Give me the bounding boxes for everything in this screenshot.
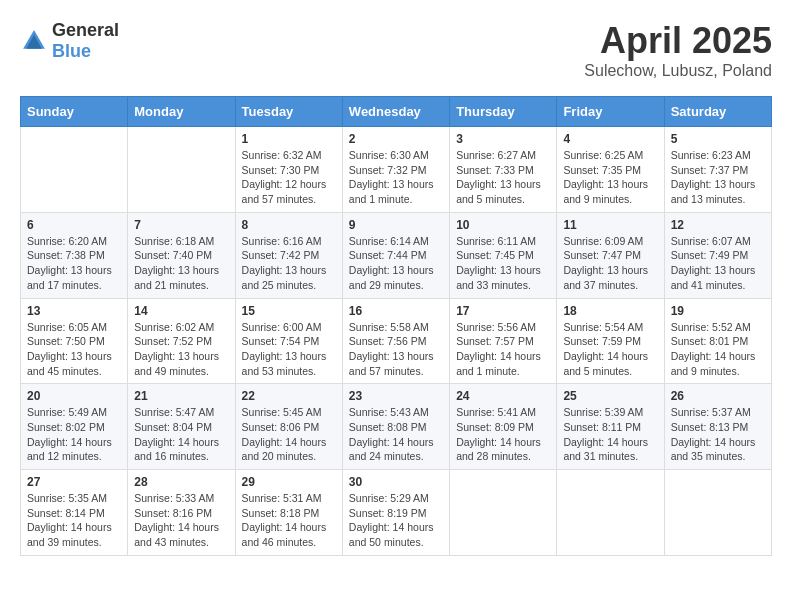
calendar-cell: 15Sunrise: 6:00 AM Sunset: 7:54 PM Dayli… [235,298,342,384]
day-info: Sunrise: 5:49 AM Sunset: 8:02 PM Dayligh… [27,405,121,464]
day-info: Sunrise: 6:07 AM Sunset: 7:49 PM Dayligh… [671,234,765,293]
day-info: Sunrise: 6:09 AM Sunset: 7:47 PM Dayligh… [563,234,657,293]
calendar-cell: 18Sunrise: 5:54 AM Sunset: 7:59 PM Dayli… [557,298,664,384]
calendar-cell: 1Sunrise: 6:32 AM Sunset: 7:30 PM Daylig… [235,127,342,213]
day-number: 28 [134,475,228,489]
day-info: Sunrise: 6:32 AM Sunset: 7:30 PM Dayligh… [242,148,336,207]
calendar-cell: 12Sunrise: 6:07 AM Sunset: 7:49 PM Dayli… [664,212,771,298]
logo-blue-text: Blue [52,41,91,61]
calendar-cell: 10Sunrise: 6:11 AM Sunset: 7:45 PM Dayli… [450,212,557,298]
day-number: 9 [349,218,443,232]
day-info: Sunrise: 6:14 AM Sunset: 7:44 PM Dayligh… [349,234,443,293]
day-number: 10 [456,218,550,232]
calendar-table: SundayMondayTuesdayWednesdayThursdayFrid… [20,96,772,556]
day-number: 15 [242,304,336,318]
day-number: 4 [563,132,657,146]
day-number: 17 [456,304,550,318]
calendar-cell [21,127,128,213]
day-info: Sunrise: 5:45 AM Sunset: 8:06 PM Dayligh… [242,405,336,464]
calendar-cell: 5Sunrise: 6:23 AM Sunset: 7:37 PM Daylig… [664,127,771,213]
calendar-cell: 20Sunrise: 5:49 AM Sunset: 8:02 PM Dayli… [21,384,128,470]
calendar-cell: 3Sunrise: 6:27 AM Sunset: 7:33 PM Daylig… [450,127,557,213]
column-header-friday: Friday [557,97,664,127]
calendar-cell: 22Sunrise: 5:45 AM Sunset: 8:06 PM Dayli… [235,384,342,470]
day-number: 18 [563,304,657,318]
day-number: 16 [349,304,443,318]
week-row-4: 20Sunrise: 5:49 AM Sunset: 8:02 PM Dayli… [21,384,772,470]
day-number: 19 [671,304,765,318]
calendar-cell [450,470,557,556]
day-info: Sunrise: 6:11 AM Sunset: 7:45 PM Dayligh… [456,234,550,293]
calendar-cell: 7Sunrise: 6:18 AM Sunset: 7:40 PM Daylig… [128,212,235,298]
column-header-thursday: Thursday [450,97,557,127]
title-block: April 2025 Sulechow, Lubusz, Poland [584,20,772,80]
day-info: Sunrise: 6:18 AM Sunset: 7:40 PM Dayligh… [134,234,228,293]
day-number: 11 [563,218,657,232]
day-info: Sunrise: 6:00 AM Sunset: 7:54 PM Dayligh… [242,320,336,379]
day-number: 26 [671,389,765,403]
day-info: Sunrise: 5:47 AM Sunset: 8:04 PM Dayligh… [134,405,228,464]
logo-general-text: General [52,20,119,40]
day-info: Sunrise: 5:39 AM Sunset: 8:11 PM Dayligh… [563,405,657,464]
calendar-cell: 6Sunrise: 6:20 AM Sunset: 7:38 PM Daylig… [21,212,128,298]
week-row-5: 27Sunrise: 5:35 AM Sunset: 8:14 PM Dayli… [21,470,772,556]
calendar-cell: 28Sunrise: 5:33 AM Sunset: 8:16 PM Dayli… [128,470,235,556]
day-info: Sunrise: 5:56 AM Sunset: 7:57 PM Dayligh… [456,320,550,379]
day-info: Sunrise: 5:35 AM Sunset: 8:14 PM Dayligh… [27,491,121,550]
calendar-cell: 2Sunrise: 6:30 AM Sunset: 7:32 PM Daylig… [342,127,449,213]
day-info: Sunrise: 6:25 AM Sunset: 7:35 PM Dayligh… [563,148,657,207]
calendar-cell: 13Sunrise: 6:05 AM Sunset: 7:50 PM Dayli… [21,298,128,384]
day-info: Sunrise: 5:31 AM Sunset: 8:18 PM Dayligh… [242,491,336,550]
calendar-cell: 19Sunrise: 5:52 AM Sunset: 8:01 PM Dayli… [664,298,771,384]
calendar-cell: 21Sunrise: 5:47 AM Sunset: 8:04 PM Dayli… [128,384,235,470]
day-number: 7 [134,218,228,232]
day-number: 20 [27,389,121,403]
day-number: 30 [349,475,443,489]
day-number: 13 [27,304,121,318]
day-number: 1 [242,132,336,146]
day-info: Sunrise: 6:23 AM Sunset: 7:37 PM Dayligh… [671,148,765,207]
day-number: 23 [349,389,443,403]
day-number: 8 [242,218,336,232]
column-header-wednesday: Wednesday [342,97,449,127]
calendar-cell: 14Sunrise: 6:02 AM Sunset: 7:52 PM Dayli… [128,298,235,384]
day-number: 2 [349,132,443,146]
day-number: 27 [27,475,121,489]
day-info: Sunrise: 5:54 AM Sunset: 7:59 PM Dayligh… [563,320,657,379]
calendar-cell: 8Sunrise: 6:16 AM Sunset: 7:42 PM Daylig… [235,212,342,298]
calendar-cell: 25Sunrise: 5:39 AM Sunset: 8:11 PM Dayli… [557,384,664,470]
calendar-cell: 4Sunrise: 6:25 AM Sunset: 7:35 PM Daylig… [557,127,664,213]
column-header-monday: Monday [128,97,235,127]
calendar-cell: 30Sunrise: 5:29 AM Sunset: 8:19 PM Dayli… [342,470,449,556]
day-number: 21 [134,389,228,403]
day-info: Sunrise: 6:20 AM Sunset: 7:38 PM Dayligh… [27,234,121,293]
day-number: 6 [27,218,121,232]
calendar-cell: 9Sunrise: 6:14 AM Sunset: 7:44 PM Daylig… [342,212,449,298]
column-header-sunday: Sunday [21,97,128,127]
day-info: Sunrise: 6:05 AM Sunset: 7:50 PM Dayligh… [27,320,121,379]
day-number: 25 [563,389,657,403]
logo-icon [20,27,48,55]
calendar-cell: 23Sunrise: 5:43 AM Sunset: 8:08 PM Dayli… [342,384,449,470]
week-row-1: 1Sunrise: 6:32 AM Sunset: 7:30 PM Daylig… [21,127,772,213]
calendar-cell: 17Sunrise: 5:56 AM Sunset: 7:57 PM Dayli… [450,298,557,384]
day-number: 14 [134,304,228,318]
day-info: Sunrise: 5:52 AM Sunset: 8:01 PM Dayligh… [671,320,765,379]
calendar-cell: 24Sunrise: 5:41 AM Sunset: 8:09 PM Dayli… [450,384,557,470]
calendar-cell: 29Sunrise: 5:31 AM Sunset: 8:18 PM Dayli… [235,470,342,556]
day-info: Sunrise: 6:16 AM Sunset: 7:42 PM Dayligh… [242,234,336,293]
day-info: Sunrise: 5:29 AM Sunset: 8:19 PM Dayligh… [349,491,443,550]
day-number: 24 [456,389,550,403]
day-info: Sunrise: 6:30 AM Sunset: 7:32 PM Dayligh… [349,148,443,207]
day-info: Sunrise: 5:41 AM Sunset: 8:09 PM Dayligh… [456,405,550,464]
page-header: General Blue April 2025 Sulechow, Lubusz… [20,20,772,80]
calendar-cell [664,470,771,556]
day-info: Sunrise: 5:37 AM Sunset: 8:13 PM Dayligh… [671,405,765,464]
day-number: 29 [242,475,336,489]
week-row-3: 13Sunrise: 6:05 AM Sunset: 7:50 PM Dayli… [21,298,772,384]
calendar-cell: 11Sunrise: 6:09 AM Sunset: 7:47 PM Dayli… [557,212,664,298]
week-row-2: 6Sunrise: 6:20 AM Sunset: 7:38 PM Daylig… [21,212,772,298]
day-info: Sunrise: 5:33 AM Sunset: 8:16 PM Dayligh… [134,491,228,550]
day-info: Sunrise: 5:58 AM Sunset: 7:56 PM Dayligh… [349,320,443,379]
location-subtitle: Sulechow, Lubusz, Poland [584,62,772,80]
